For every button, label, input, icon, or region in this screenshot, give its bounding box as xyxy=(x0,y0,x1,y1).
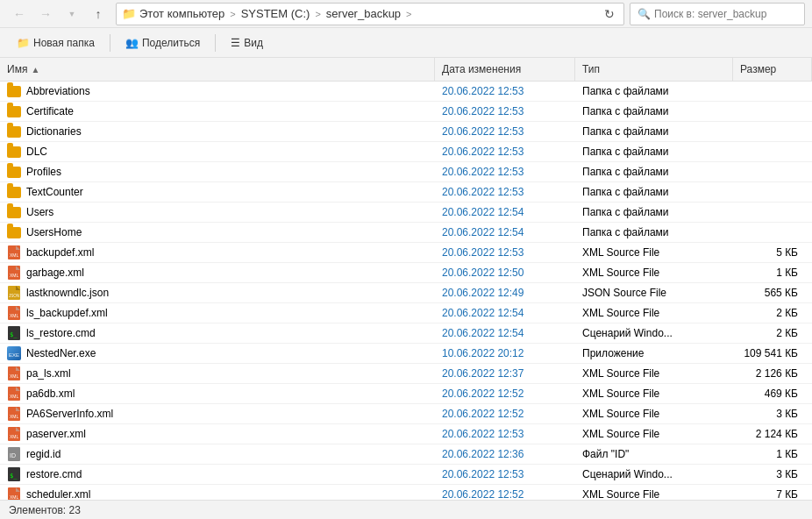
breadcrumb-drive[interactable]: SYSTEM (C:) xyxy=(241,7,310,20)
file-name-cell: XML pa6db.xml xyxy=(0,384,435,403)
file-date: 20.06.2022 12:54 xyxy=(435,303,575,323)
folder-icon xyxy=(7,165,21,179)
file-table[interactable]: Имя ▲ Дата изменения Тип Размер Abbrevia… xyxy=(0,58,812,500)
table-row[interactable]: XML pa6db.xml20.06.2022 12:52XML Source … xyxy=(0,384,812,404)
folder-icon xyxy=(7,185,21,199)
file-name: UsersHome xyxy=(26,226,82,238)
file-date: 20.06.2022 12:53 xyxy=(435,122,575,141)
xml-icon: XML xyxy=(7,266,21,280)
table-row[interactable]: TextCounter20.06.2022 12:53Папка с файла… xyxy=(0,182,812,203)
table-row[interactable]: Users20.06.2022 12:54Папка с файлами xyxy=(0,203,812,223)
search-input[interactable] xyxy=(654,8,797,20)
forward-button[interactable]: → xyxy=(33,2,58,26)
table-row[interactable]: XML scheduler.xml20.06.2022 12:52XML Sou… xyxy=(0,485,812,500)
breadcrumb-folder[interactable]: server_backup xyxy=(326,7,401,20)
file-type: Папка с файлами xyxy=(575,223,733,242)
table-row[interactable]: XML backupdef.xml20.06.2022 12:53XML Sou… xyxy=(0,243,812,263)
file-size xyxy=(733,162,812,181)
file-size: 7 КБ xyxy=(733,485,812,500)
table-row[interactable]: UsersHome20.06.2022 12:54Папка с файлами xyxy=(0,223,812,243)
file-name: regid.id xyxy=(26,448,61,460)
new-folder-button[interactable]: 📁 Новая папка xyxy=(7,32,104,54)
svg-text:JSON: JSON xyxy=(9,294,19,298)
file-name-cell: XML pa_ls.xml xyxy=(0,364,435,383)
table-row[interactable]: Dictionaries20.06.2022 12:53Папка с файл… xyxy=(0,122,812,142)
view-label: Вид xyxy=(244,37,263,49)
statusbar: Элементов: 23 xyxy=(0,500,812,519)
up-button[interactable]: ↑ xyxy=(86,2,110,26)
id-icon: ID xyxy=(7,447,21,461)
file-name: scheduler.xml xyxy=(26,488,90,500)
table-row[interactable]: Profiles20.06.2022 12:53Папка с файлами xyxy=(0,162,812,182)
table-row[interactable]: XML PA6ServerInfo.xml20.06.2022 12:52XML… xyxy=(0,404,812,424)
table-row[interactable]: ID regid.id20.06.2022 12:36Файл "ID"1 КБ xyxy=(0,444,812,465)
file-date: 20.06.2022 12:53 xyxy=(435,162,575,181)
table-row[interactable]: EXE NestedNer.exe10.06.2022 20:12Приложе… xyxy=(0,344,812,364)
col-name[interactable]: Имя ▲ xyxy=(0,58,435,81)
col-type[interactable]: Тип xyxy=(575,58,733,81)
breadcrumb-computer[interactable]: Этот компьютер xyxy=(139,7,224,20)
file-size xyxy=(733,182,812,202)
file-size: 1 КБ xyxy=(733,263,812,282)
share-button[interactable]: 👥 Поделиться xyxy=(116,32,210,54)
file-date: 20.06.2022 12:52 xyxy=(435,404,575,423)
file-type: XML Source File xyxy=(575,364,733,383)
item-count: Элементов: 23 xyxy=(9,504,81,516)
cmd-icon: $_ xyxy=(7,467,21,481)
folder-icon xyxy=(7,84,21,98)
file-name: Dictionaries xyxy=(26,125,82,138)
svg-text:XML: XML xyxy=(10,273,19,278)
table-row[interactable]: XML pa_ls.xml20.06.2022 12:37XML Source … xyxy=(0,364,812,384)
svg-text:XML: XML xyxy=(10,414,19,419)
search-box[interactable]: 🔍 xyxy=(630,3,805,25)
recent-button[interactable]: ▼ xyxy=(60,2,84,26)
file-name-cell: XML ls_backupdef.xml xyxy=(0,303,435,323)
col-size[interactable]: Размер xyxy=(733,58,812,81)
file-size: 109 541 КБ xyxy=(733,344,812,363)
xml-icon: XML xyxy=(7,366,21,380)
table-row[interactable]: DLC20.06.2022 12:53Папка с файлами xyxy=(0,142,812,162)
file-name-cell: Certificate xyxy=(0,102,435,121)
file-name: Users xyxy=(26,206,53,218)
back-button[interactable]: ← xyxy=(7,2,32,26)
svg-text:$_: $_ xyxy=(10,331,18,338)
file-date: 20.06.2022 12:37 xyxy=(435,364,575,383)
table-header: Имя ▲ Дата изменения Тип Размер xyxy=(0,58,812,82)
file-name: Abbreviations xyxy=(26,85,90,97)
breadcrumb-label: SYSTEM (C:) xyxy=(241,7,310,20)
file-date: 20.06.2022 12:53 xyxy=(435,243,575,262)
file-type: Файл "ID" xyxy=(575,444,733,464)
table-row[interactable]: $_ ls_restore.cmd20.06.2022 12:54Сценари… xyxy=(0,323,812,344)
folder-icon xyxy=(7,104,21,118)
file-type: XML Source File xyxy=(575,404,733,423)
main-content: Имя ▲ Дата изменения Тип Размер Abbrevia… xyxy=(0,58,812,500)
col-size-label: Размер xyxy=(740,63,776,75)
table-row[interactable]: $_ restore.cmd20.06.2022 12:53Сценарий W… xyxy=(0,465,812,485)
view-button[interactable]: ☰ Вид xyxy=(221,32,273,54)
col-date[interactable]: Дата изменения xyxy=(435,58,575,81)
toolbar-separator xyxy=(110,34,110,52)
folder-icon xyxy=(7,225,21,239)
file-size xyxy=(733,203,812,222)
table-row[interactable]: XML ls_backupdef.xml20.06.2022 12:54XML … xyxy=(0,303,812,323)
toolbar: 📁 Новая папка 👥 Поделиться ☰ Вид xyxy=(0,28,812,58)
address-bar[interactable]: 📁 Этот компьютер > SYSTEM (C:) > server_… xyxy=(116,3,624,25)
table-row[interactable]: Certificate20.06.2022 12:53Папка с файла… xyxy=(0,102,812,122)
table-row[interactable]: Abbreviations20.06.2022 12:53Папка с фай… xyxy=(0,82,812,102)
file-type: XML Source File xyxy=(575,303,733,323)
file-name: ls_restore.cmd xyxy=(26,327,96,339)
folder-icon xyxy=(7,145,21,159)
file-size: 1 КБ xyxy=(733,444,812,464)
file-name: backupdef.xml xyxy=(26,246,94,259)
file-name-cell: Profiles xyxy=(0,162,435,181)
refresh-button[interactable]: ↻ xyxy=(601,7,618,21)
file-date: 20.06.2022 12:54 xyxy=(435,223,575,242)
svg-text:ID: ID xyxy=(10,452,16,459)
file-type: Папка с файлами xyxy=(575,203,733,222)
table-row[interactable]: XML garbage.xml20.06.2022 12:50XML Sourc… xyxy=(0,263,812,283)
table-row[interactable]: XML paserver.xml20.06.2022 12:53XML Sour… xyxy=(0,424,812,444)
nav-buttons: ← → ▼ ↑ xyxy=(7,2,110,26)
file-name: DLC xyxy=(26,146,47,158)
toolbar-separator-2 xyxy=(215,34,216,52)
table-row[interactable]: JSON lastknowndlc.json20.06.2022 12:49JS… xyxy=(0,283,812,303)
